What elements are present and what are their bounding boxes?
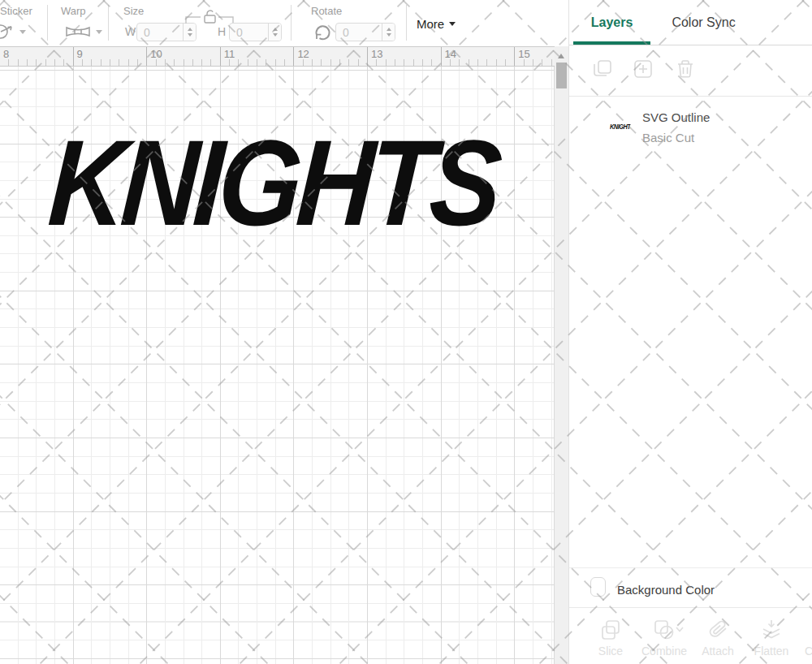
duplicate-layer-icon[interactable]: [592, 58, 613, 80]
attach-label: Attach: [702, 645, 734, 658]
width-input[interactable]: 0: [136, 23, 197, 41]
panel-tabs: Layers Color Sync: [569, 0, 812, 45]
width-stepper[interactable]: [183, 24, 196, 41]
warp-button[interactable]: [65, 24, 102, 39]
combine-button[interactable]: Combine: [637, 608, 691, 664]
sticker-section-label: Sticker: [0, 5, 32, 17]
ruler-number: 14: [445, 48, 456, 60]
ruler-tick: [54, 59, 55, 66]
ruler-tick: [533, 59, 533, 66]
ruler-inch-line: [514, 47, 515, 67]
ruler-tick: [395, 59, 395, 66]
layer-subtitle: Basic Cut: [642, 131, 694, 144]
ruler-tick: [422, 59, 423, 66]
layer-row[interactable]: KNIGHTS SVG Outline Basic Cut: [569, 104, 812, 154]
width-value: 0: [137, 26, 183, 39]
background-color-swatch[interactable]: [590, 577, 606, 597]
ruler-number: 10: [150, 48, 162, 60]
ruler-tick: [551, 59, 552, 66]
ruler-tick: [36, 59, 37, 66]
combine-icon: [653, 619, 676, 641]
attach-icon: [706, 619, 729, 641]
ruler-tick: [137, 59, 138, 66]
height-stepper[interactable]: [268, 24, 281, 41]
ruler-tick: [192, 59, 193, 66]
tab-color-sync[interactable]: Color Sync: [665, 0, 742, 45]
toolbar-divider: [291, 5, 292, 41]
sticker-icon: [0, 23, 15, 41]
ruler-tick: [266, 59, 266, 66]
rotate-value: 0: [336, 26, 382, 39]
scroll-up-icon[interactable]: [558, 54, 564, 58]
add-layer-icon[interactable]: [633, 58, 654, 80]
artwork-text[interactable]: KNIGHTS: [45, 122, 500, 244]
ruler-inch-line: [146, 47, 147, 67]
toolbar-divider: [406, 5, 407, 41]
flatten-button[interactable]: Flatten: [745, 608, 798, 664]
slice-icon: [599, 619, 622, 641]
toolbar-divider: [47, 5, 48, 41]
ruler-tick: [386, 59, 387, 66]
ruler-tick: [257, 59, 257, 66]
scrollbar-thumb[interactable]: [556, 63, 567, 88]
flatten-icon: [760, 619, 783, 641]
more-button[interactable]: More: [417, 17, 456, 31]
contour-label: Contour: [805, 645, 812, 658]
ruler-number: 8: [3, 48, 9, 60]
ruler-tick: [505, 59, 506, 66]
attach-button[interactable]: Attach: [691, 608, 745, 664]
ruler-tick: [101, 59, 102, 66]
vertical-scrollbar[interactable]: [555, 46, 568, 664]
toolbar-divider: [108, 5, 109, 41]
chevron-down-icon: [19, 30, 26, 34]
width-label: W: [125, 25, 136, 38]
ruler-tick: [312, 59, 313, 66]
layer-actions-bar: Slice Combine Attach: [569, 607, 812, 664]
ruler: 89101112131415: [0, 46, 555, 67]
chevron-down-icon: [449, 22, 456, 26]
ruler-tick: [91, 59, 92, 66]
ruler-tick: [174, 59, 175, 66]
ruler-tick: [165, 59, 166, 66]
tab-color-sync-label: Color Sync: [672, 15, 735, 30]
ruler-tick: [376, 59, 377, 66]
ruler-inch-line: [367, 47, 368, 67]
layer-thumbnail: KNIGHTS: [610, 123, 630, 131]
ruler-tick: [18, 59, 19, 66]
tab-layers[interactable]: Layers: [573, 0, 650, 45]
ruler-number: 15: [518, 48, 529, 60]
sticker-button[interactable]: [0, 23, 26, 41]
ruler-tick: [486, 59, 487, 66]
ruler-tick: [431, 59, 432, 66]
ruler-tick: [45, 59, 46, 66]
chevron-down-icon: [96, 30, 102, 34]
ruler-tick: [119, 59, 119, 66]
height-label: H: [218, 25, 226, 38]
ruler-tick: [339, 59, 340, 66]
ruler-tick: [413, 59, 414, 66]
ruler-inch-line: [441, 47, 442, 67]
ruler-tick: [303, 59, 304, 66]
ruler-tick: [358, 59, 359, 66]
top-toolbar: Sticker Warp Size W 0 H 0: [0, 0, 568, 46]
rotate-stepper[interactable]: [382, 24, 395, 41]
design-canvas: 89101112131415 KNIGHTS: [0, 46, 555, 664]
ruler-tick: [459, 59, 460, 66]
lock-icon[interactable]: [185, 9, 234, 24]
active-tab-underline: [573, 41, 650, 45]
ruler-tick: [8, 59, 9, 66]
ruler-tick: [404, 59, 404, 66]
warp-section-label: Warp: [61, 5, 86, 17]
rotate-input[interactable]: 0: [335, 23, 395, 41]
height-input[interactable]: 0: [229, 23, 282, 41]
ruler-number: 13: [371, 48, 382, 60]
slice-button[interactable]: Slice: [584, 608, 637, 664]
contour-button[interactable]: Contour: [798, 608, 812, 664]
ruler-number: 9: [77, 48, 83, 60]
delete-layer-icon[interactable]: [675, 58, 696, 80]
ruler-tick: [201, 59, 202, 66]
tab-layers-label: Layers: [591, 15, 633, 30]
slice-label: Slice: [598, 645, 623, 658]
more-label: More: [417, 17, 444, 31]
ruler-tick: [275, 59, 276, 66]
